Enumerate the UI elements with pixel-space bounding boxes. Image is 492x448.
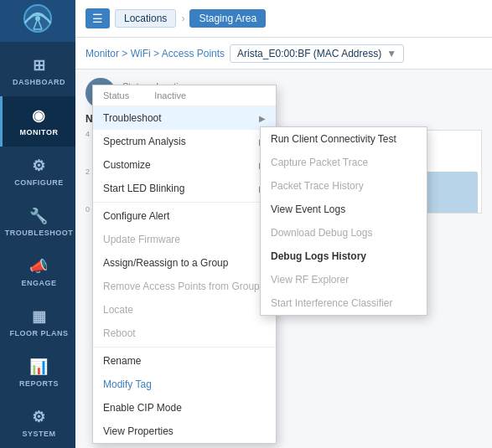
chevron-down-icon: ▼ [386,48,396,59]
sidebar-item-floorplans[interactable]: ▦ FLOOR PLANS [0,297,75,348]
sidebar-label-configure: CONFIGURE [14,178,64,187]
menu-item-remove-ap: Remove Access Points from Group [93,275,276,298]
sidebar-logo [0,0,75,42]
reports-icon: 📊 [29,358,49,376]
troubleshoot-icon: 🔧 [29,207,49,225]
context-menu-header: Status Inactive [93,85,276,106]
menu-item-enable-cip[interactable]: Enable CIP Mode [93,396,276,420]
menu-item-view-properties[interactable]: View Properties [93,420,276,443]
submenu-label-start-interference: Start Interference Classifier [271,297,392,309]
sidebar-label-system: SYSTEM [22,430,55,438]
submenu-label-run-client-test: Run Client Connectivity Test [271,133,396,145]
nav-ap-link[interactable]: Access Points [162,48,225,59]
menu-label-spectrum: Spectrum Analysis [103,136,186,147]
sidebar-item-troubleshoot[interactable]: 🔧 TROUBLESHOOT [0,197,75,247]
menu-item-customize[interactable]: Customize ▶ [93,153,276,177]
menu-item-troubleshoot[interactable]: Troubleshoot ▶ [93,106,276,130]
sidebar-item-monitor[interactable]: ◉ MONITOR [0,96,75,147]
device-name-text: Arista_E0:00:BF (MAC Address) [237,48,381,59]
menu-label-remove-ap: Remove Access Points from Group [103,281,260,292]
submenu-item-packet-trace-history: Packet Trace History [261,174,427,198]
menu-label-configure-alert: Configure Alert [103,210,169,222]
submenu-label-debug-logs-history: Debug Logs History [271,250,366,262]
sidebar-item-dashboard[interactable]: ⊞ DASHBOARD [0,46,75,96]
menu-item-assign-group[interactable]: Assign/Reassign to a Group [93,251,276,275]
menu-label-troubleshoot: Troubleshoot [103,112,162,124]
submenu-item-view-event-logs[interactable]: View Event Logs [261,198,427,221]
menu-label-start-led: Start LED Blinking [103,183,184,194]
menu-item-locate: Locate [93,298,276,322]
sidebar-label-dashboard: DASHBOARD [13,78,65,86]
submenu-item-debug-logs-history[interactable]: Debug Logs History [261,245,427,268]
menu-item-rename[interactable]: Rename [93,349,276,373]
menu-label-rename: Rename [103,355,141,367]
menu-item-start-led[interactable]: Start LED Blinking ▶ [93,177,276,200]
menu-button[interactable]: ☰ [85,8,110,28]
sidebar-label-reports: REPORTS [19,379,59,388]
menu-label-reboot: Reboot [103,327,136,339]
breadcrumb-separator: › [181,13,184,24]
device-selector[interactable]: Arista_E0:00:BF (MAC Address) ▼ [230,44,404,63]
submenu-label-view-event-logs: View Event Logs [271,203,345,215]
sidebar-label-floorplans: FLOOR PLANS [10,329,69,337]
system-icon: ⚙ [32,408,46,426]
submenu-item-view-rf-explorer: View RF Explorer [261,268,427,291]
menu-item-reboot: Reboot [93,322,276,345]
submenu-item-run-client-test[interactable]: Run Client Connectivity Test [261,127,427,151]
cm-status-label: Status [103,90,129,100]
engage-icon: 📣 [29,257,49,275]
nav-sep1: > [122,48,130,59]
nav-monitor-link[interactable]: Monitor [85,48,119,59]
sidebar-item-reports[interactable]: 📊 REPORTS [0,348,75,398]
menu-divider-2 [93,347,276,348]
submenu-item-download-debug: Download Debug Logs [261,221,427,245]
sidebar: ⊞ DASHBOARD ◉ MONITOR ⚙ CONFIGURE 🔧 TROU… [0,0,75,448]
menu-label-locate: Locate [103,304,133,316]
sidebar-item-configure[interactable]: ⚙ CONFIGURE [0,147,75,197]
sidebar-label-monitor: MONITOR [20,128,59,136]
sidebar-label-troubleshoot: TROUBLESHOOT [5,229,74,237]
secondary-nav: Monitor > WiFi > Access Points Arista_E0… [75,38,492,70]
main-content: ☰ Locations › Staging Area Monitor > WiF… [75,0,492,448]
menu-item-spectrum[interactable]: Spectrum Analysis ▶ [93,130,276,153]
submenu-label-download-debug: Download Debug Logs [271,227,372,239]
submenu-label-packet-trace-history: Packet Trace History [271,180,364,192]
menu-label-view-properties: View Properties [103,425,173,437]
sidebar-nav: ⊞ DASHBOARD ◉ MONITOR ⚙ CONFIGURE 🔧 TROU… [0,46,75,448]
menu-item-modify-tag[interactable]: Modify Tag [93,373,276,396]
arrow-icon-troubleshoot: ▶ [259,114,266,123]
nav-sep2: > [153,48,162,59]
breadcrumb-staging[interactable]: Staging Area [189,9,266,28]
topbar: ☰ Locations › Staging Area [75,0,492,38]
floorplans-icon: ▦ [32,307,47,326]
nav-path-text: Monitor > WiFi > Access Points [85,48,225,59]
bar-6 [420,172,478,213]
dashboard-icon: ⊞ [33,56,46,75]
context-menu[interactable]: Status Inactive Troubleshoot ▶ Spectrum … [92,85,277,444]
submenu-item-start-interference: Start Interference Classifier [261,291,427,315]
nav-wifi-link[interactable]: WiFi [131,48,151,59]
monitor-icon: ◉ [32,106,46,125]
submenu-item-capture-packet: Capture Packet Trace [261,151,427,174]
menu-item-configure-alert[interactable]: Configure Alert [93,204,276,228]
submenu-label-capture-packet: Capture Packet Trace [271,157,368,168]
menu-label-update-firmware: Update Firmware [103,234,180,245]
content-area: 📡 Status Inactive Arista_E Netwo 4 2 0 [75,70,492,448]
sidebar-label-engage: ENGAGE [21,279,56,287]
menu-label-assign-group: Assign/Reassign to a Group [103,257,228,269]
menu-divider-1 [93,202,276,203]
menu-label-modify-tag: Modify Tag [103,378,152,390]
sidebar-item-system[interactable]: ⚙ SYSTEM [0,398,75,448]
breadcrumb-locations[interactable]: Locations [115,9,176,28]
menu-label-enable-cip: Enable CIP Mode [103,402,182,414]
cm-status-value: Inactive [154,90,186,100]
configure-icon: ⚙ [32,157,46,175]
sidebar-item-engage[interactable]: 📣 ENGAGE [0,247,75,297]
menu-label-customize: Customize [103,159,151,171]
menu-item-update-firmware: Update Firmware [93,228,276,251]
submenu-troubleshoot[interactable]: Run Client Connectivity Test Capture Pac… [260,126,427,316]
submenu-label-view-rf-explorer: View RF Explorer [271,274,349,286]
